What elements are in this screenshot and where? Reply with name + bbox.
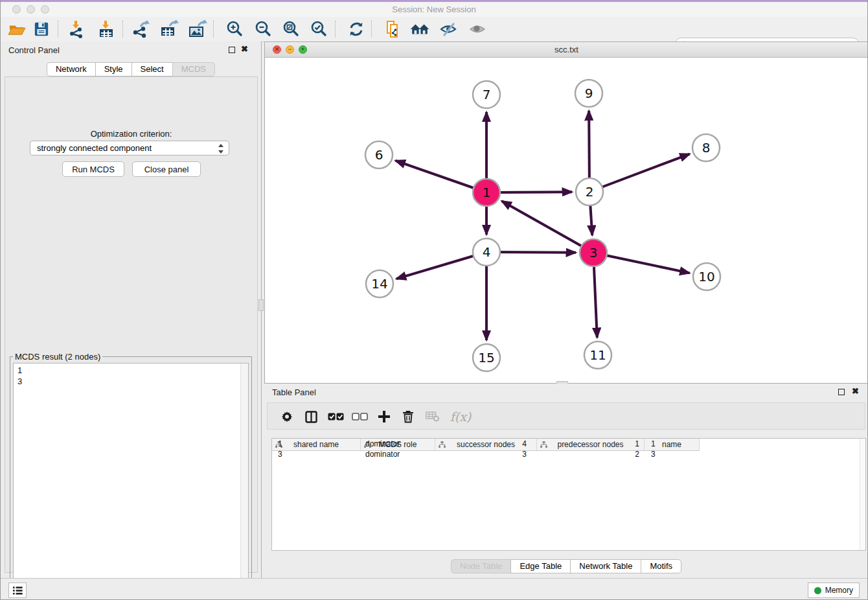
tab-node-table[interactable]: Node Table bbox=[451, 559, 512, 573]
export-image-icon[interactable] bbox=[187, 19, 209, 39]
graph-node-2[interactable]: 2 bbox=[576, 178, 603, 205]
table-cell: 1 bbox=[645, 439, 700, 449]
graph-node-11[interactable]: 11 bbox=[584, 341, 611, 369]
add-column-icon[interactable] bbox=[374, 407, 394, 426]
tab-edge-table[interactable]: Edge Table bbox=[510, 559, 571, 573]
table-cell: 3 bbox=[272, 449, 361, 459]
hide-selected-icon[interactable] bbox=[437, 19, 459, 39]
run-mcds-button-label: Run MCDS bbox=[72, 165, 115, 174]
network-graph-canvas[interactable]: 7968124314101511 bbox=[265, 58, 868, 383]
graph-node-4[interactable]: 4 bbox=[473, 238, 500, 266]
tab-network[interactable]: Network bbox=[47, 62, 96, 76]
save-session-icon[interactable] bbox=[30, 19, 52, 39]
toolbar-separator bbox=[122, 21, 124, 38]
edge-3-10[interactable] bbox=[593, 253, 690, 273]
graph-node-8[interactable]: 8 bbox=[692, 134, 720, 161]
mcds-result-box: MCDS result (2 nodes) 1 3 bbox=[10, 352, 252, 600]
open-session-icon[interactable] bbox=[6, 19, 28, 39]
table-cell: 3 bbox=[435, 449, 537, 459]
tab-style[interactable]: Style bbox=[95, 62, 132, 76]
node-label-8: 8 bbox=[702, 140, 711, 156]
export-network-icon[interactable] bbox=[130, 19, 152, 39]
control-panel: Control Panel ✖ NetworkStyleSelectMCDS O… bbox=[1, 41, 262, 578]
graph-node-3[interactable]: 3 bbox=[580, 239, 607, 266]
memory-button[interactable]: Memory bbox=[808, 583, 860, 598]
zoom-in-icon[interactable] bbox=[223, 19, 246, 39]
table-cell: 1 bbox=[537, 439, 645, 449]
graph-node-7[interactable]: 7 bbox=[473, 81, 500, 108]
edge-1-6[interactable] bbox=[395, 161, 486, 192]
delete-table-icon[interactable] bbox=[423, 407, 442, 426]
deselect-all-icon[interactable] bbox=[350, 407, 369, 426]
table-cell: dominator bbox=[361, 449, 435, 459]
export-table-icon[interactable] bbox=[158, 19, 180, 39]
vertical-splitter-handle[interactable] bbox=[258, 299, 264, 311]
node-label-6: 6 bbox=[375, 147, 383, 163]
import-table-icon[interactable] bbox=[95, 19, 117, 39]
graph-node-1[interactable]: 1 bbox=[473, 179, 500, 206]
run-mcds-button[interactable]: Run MCDS bbox=[62, 161, 124, 177]
edge-3-1[interactable] bbox=[502, 201, 593, 253]
node-table-body: 1dominator4113dominator323 bbox=[272, 439, 865, 459]
tab-network-table[interactable]: Network Table bbox=[570, 559, 641, 573]
graph-node-9[interactable]: 9 bbox=[575, 80, 602, 107]
home-icon[interactable] bbox=[409, 19, 431, 39]
criterion-dropdown[interactable]: strongly connected component bbox=[30, 141, 229, 156]
memory-status-icon bbox=[814, 587, 821, 594]
node-label-2: 2 bbox=[586, 184, 594, 200]
zoom-selected-icon[interactable] bbox=[308, 19, 330, 39]
table-scrollbar[interactable] bbox=[860, 439, 865, 550]
node-label-7: 7 bbox=[483, 87, 491, 102]
result-scrollbar[interactable] bbox=[240, 363, 248, 595]
criterion-dropdown-value: strongly connected component bbox=[37, 143, 152, 153]
show-all-icon[interactable] bbox=[466, 19, 488, 39]
table-panel-title: Table Panel bbox=[272, 387, 316, 397]
task-history-icon[interactable] bbox=[8, 583, 27, 598]
tab-select[interactable]: Select bbox=[131, 62, 173, 76]
mcds-result-area[interactable]: 1 3 bbox=[13, 363, 249, 596]
gear-icon[interactable] bbox=[277, 407, 297, 426]
table-row[interactable]: 3dominator323 bbox=[272, 449, 865, 459]
network-window-titlebar[interactable]: ✕ − + scc.txt bbox=[265, 42, 868, 58]
graph-node-15[interactable]: 15 bbox=[473, 344, 500, 371]
tab-mcds[interactable]: MCDS bbox=[172, 62, 215, 76]
graph-node-6[interactable]: 6 bbox=[365, 141, 393, 168]
graph-node-14[interactable]: 14 bbox=[366, 270, 393, 297]
select-all-icon[interactable] bbox=[326, 407, 345, 426]
import-network-icon[interactable] bbox=[65, 19, 87, 39]
toolbar-separator bbox=[371, 21, 372, 38]
edge-2-8[interactable] bbox=[589, 154, 690, 192]
zoom-out-icon[interactable] bbox=[252, 19, 274, 39]
float-table-panel-icon[interactable] bbox=[838, 389, 845, 395]
memory-button-label: Memory bbox=[825, 586, 853, 595]
refresh-icon[interactable] bbox=[345, 19, 367, 39]
titlebar: Session: New Session bbox=[1, 2, 867, 17]
float-panel-icon[interactable] bbox=[229, 47, 235, 53]
node-label-11: 11 bbox=[589, 347, 606, 363]
graph-node-10[interactable]: 10 bbox=[693, 263, 720, 290]
table-panel-tabs: Node TableEdge TableNetwork TableMotifs bbox=[264, 559, 868, 573]
window-title: Session: New Session bbox=[1, 5, 867, 14]
close-panel-button[interactable]: Close panel bbox=[132, 161, 201, 177]
tab-motifs[interactable]: Motifs bbox=[641, 559, 681, 573]
copy-network-icon[interactable] bbox=[382, 19, 404, 39]
table-cell: 4 bbox=[435, 439, 537, 449]
close-panel-icon[interactable]: ✖ bbox=[241, 45, 248, 54]
node-label-10: 10 bbox=[698, 269, 714, 284]
table-panel: Table Panel ✖ bbox=[264, 384, 868, 578]
network-view-title: scc.txt bbox=[265, 45, 868, 54]
table-cell: 1 bbox=[272, 439, 361, 449]
network-view-window: ✕ − + scc.txt 7968124314101511 bbox=[264, 41, 868, 384]
function-builder-icon[interactable]: f(x) bbox=[446, 407, 475, 426]
delete-icon[interactable] bbox=[398, 407, 418, 426]
toolbar-separator bbox=[58, 21, 59, 38]
node-label-15: 15 bbox=[478, 350, 494, 365]
optimization-criterion-label: Optimization criterion: bbox=[5, 129, 257, 139]
table-row[interactable]: 1dominator411 bbox=[272, 439, 865, 449]
node-table: shared nameMCDS rolesuccessor nodesprede… bbox=[271, 438, 866, 551]
table-cell: 3 bbox=[645, 449, 700, 459]
toolbar-separator bbox=[213, 21, 214, 38]
close-table-panel-icon[interactable]: ✖ bbox=[852, 387, 859, 396]
column-view-icon[interactable] bbox=[301, 407, 321, 426]
zoom-fit-icon[interactable] bbox=[280, 19, 302, 39]
